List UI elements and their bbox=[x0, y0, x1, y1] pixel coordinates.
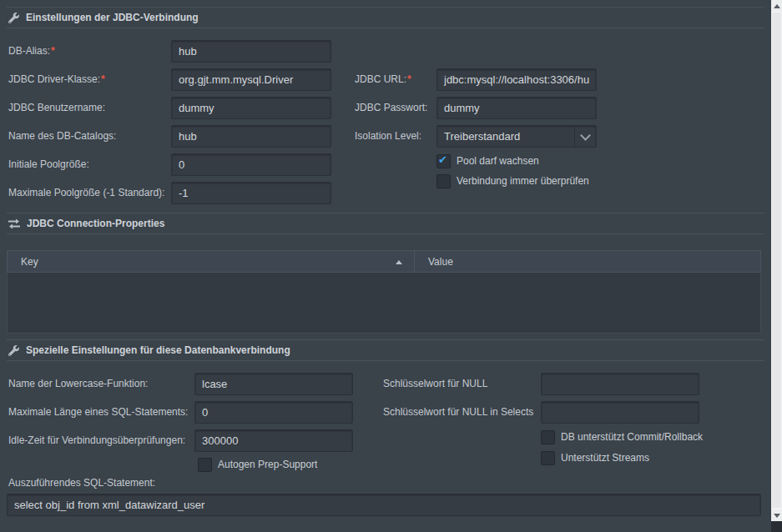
value-column-header[interactable]: Value bbox=[415, 251, 760, 272]
chevron-down-icon bbox=[580, 130, 591, 141]
jdbc-driver-class-input[interactable] bbox=[171, 68, 331, 91]
idle-time-input[interactable] bbox=[194, 429, 353, 452]
max-pool-size-label: Maximale Poolgröße (-1 Standard): bbox=[8, 182, 164, 204]
verify-connection-checkbox[interactable] bbox=[436, 174, 451, 188]
verify-connection-label: Verbindung immer überprüfen bbox=[457, 175, 589, 187]
null-keyword-selects-input[interactable] bbox=[541, 401, 699, 424]
scroll-down-button[interactable] bbox=[771, 509, 782, 521]
isolation-level-value: Treiberstandard bbox=[437, 126, 574, 147]
max-sql-length-label: Maximale Länge eines SQL-Statements: bbox=[8, 401, 188, 424]
properties-table: Key Value bbox=[7, 250, 761, 334]
required-marker: * bbox=[407, 73, 411, 85]
section-header-special-settings: Spezielle Einstellungen für diese Datenb… bbox=[7, 339, 764, 361]
lowercase-function-label: Name der Lowercase-Funktion: bbox=[8, 373, 148, 395]
commit-rollback-checkbox-row: DB unterstützt Commit/Rollback bbox=[541, 430, 703, 444]
streams-checkbox-row: Unterstützt Streams bbox=[541, 451, 649, 464]
jdbc-url-label: JDBC URL:* bbox=[355, 68, 411, 91]
max-sql-length-input[interactable] bbox=[194, 401, 353, 424]
db-alias-input[interactable] bbox=[171, 40, 331, 63]
section-header-jdbc-settings: Einstellungen der JDBC-Verbindung bbox=[7, 7, 764, 28]
max-pool-size-input[interactable] bbox=[171, 182, 331, 204]
properties-table-header: Key Value bbox=[7, 250, 761, 273]
dropdown-open-button[interactable] bbox=[574, 126, 596, 147]
properties-table-body[interactable] bbox=[7, 273, 761, 334]
required-marker: * bbox=[51, 45, 55, 57]
pool-grow-label: Pool darf wachsen bbox=[457, 155, 539, 167]
verify-connection-checkbox-row: Verbindung immer überprüfen bbox=[436, 174, 589, 188]
jdbc-username-input[interactable] bbox=[171, 97, 331, 119]
db-catalog-label: Name des DB-Catalogs: bbox=[8, 125, 116, 148]
jdbc-password-label: JDBC Passwort: bbox=[355, 97, 427, 119]
lowercase-function-input[interactable] bbox=[194, 373, 353, 395]
scrollbar-thumb[interactable] bbox=[772, 13, 781, 508]
arrow-up-icon bbox=[774, 4, 780, 8]
commit-rollback-checkbox[interactable] bbox=[541, 430, 555, 444]
db-alias-label: DB-Alias:* bbox=[8, 40, 55, 63]
autogen-prep-checkbox[interactable] bbox=[198, 458, 212, 472]
key-header-label: Key bbox=[21, 256, 38, 268]
jdbc-url-input[interactable] bbox=[436, 68, 597, 91]
jdbc-username-label: JDBC Benutzername: bbox=[8, 97, 105, 119]
key-column-header[interactable]: Key bbox=[8, 251, 415, 272]
isolation-level-label: Isolation Level: bbox=[355, 125, 421, 148]
value-header-label: Value bbox=[428, 256, 453, 268]
jdbc-password-input[interactable] bbox=[436, 97, 597, 119]
pool-grow-checkbox-row: Pool darf wachsen bbox=[436, 154, 539, 168]
null-keyword-input[interactable] bbox=[541, 373, 699, 395]
autogen-prep-checkbox-row: Autogen Prep-Support bbox=[198, 458, 317, 471]
section-title: Einstellungen der JDBC-Verbindung bbox=[26, 12, 199, 23]
null-keyword-selects-label: Schlüsselwort für NULL in Selects bbox=[383, 401, 533, 424]
wrench-icon bbox=[8, 345, 19, 356]
transfer-arrows-icon bbox=[8, 218, 20, 229]
arrow-down-icon bbox=[774, 514, 780, 518]
section-title: JDBC Connection-Properties bbox=[27, 218, 164, 229]
idle-time-label: Idle-Zeit für Verbindungsüberprüfungen: bbox=[8, 429, 185, 452]
null-keyword-label: Schlüsselwort für NULL bbox=[383, 373, 487, 395]
scroll-up-button[interactable] bbox=[771, 0, 782, 12]
sql-statement-input[interactable] bbox=[7, 494, 761, 516]
autogen-prep-label: Autogen Prep-Support bbox=[218, 459, 317, 470]
required-marker: * bbox=[101, 73, 105, 85]
streams-label: Unterstützt Streams bbox=[561, 452, 649, 464]
pool-grow-checkbox[interactable] bbox=[436, 154, 451, 168]
sql-statement-label: Auszuführendes SQL-Statement: bbox=[8, 472, 155, 494]
initial-pool-size-input[interactable] bbox=[171, 153, 331, 176]
isolation-level-dropdown[interactable]: Treiberstandard bbox=[436, 125, 597, 148]
streams-checkbox[interactable] bbox=[541, 451, 555, 465]
sort-ascending-icon bbox=[396, 260, 402, 264]
section-title: Spezielle Einstellungen für diese Datenb… bbox=[26, 344, 290, 356]
wrench-icon bbox=[8, 13, 19, 23]
jdbc-driver-class-label: JDBC Driver-Klasse:* bbox=[8, 68, 105, 91]
db-catalog-input[interactable] bbox=[171, 125, 331, 148]
jdbc-settings-page: Einstellungen der JDBC-Verbindung DB-Ali… bbox=[0, 0, 782, 532]
section-header-connection-properties: JDBC Connection-Properties bbox=[7, 213, 764, 234]
vertical-scrollbar[interactable] bbox=[771, 0, 782, 532]
scrollbar-corner bbox=[771, 521, 782, 532]
commit-rollback-label: DB unterstützt Commit/Rollback bbox=[561, 431, 703, 443]
initial-pool-size-label: Initiale Poolgröße: bbox=[8, 153, 89, 176]
